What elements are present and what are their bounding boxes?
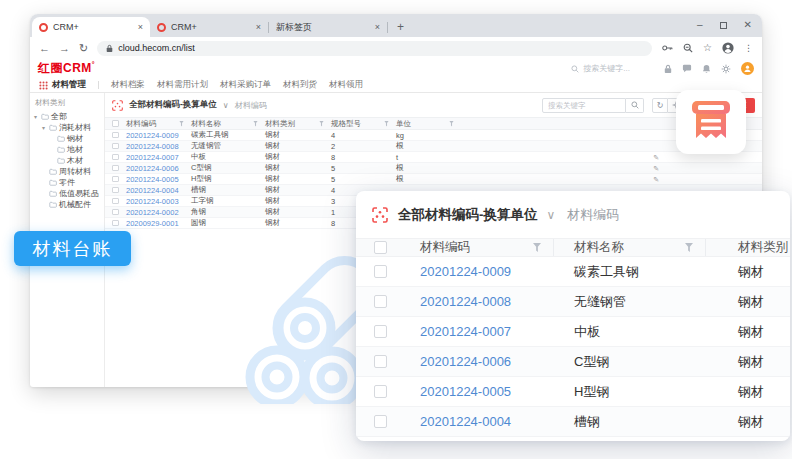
select-all-checkbox[interactable] — [112, 120, 119, 127]
row-checkbox[interactable] — [112, 209, 119, 216]
close-window-button-icon[interactable]: ✕ — [744, 20, 752, 30]
zoom-icon[interactable] — [683, 43, 693, 53]
material-code-link[interactable]: 20200929-0001 — [126, 219, 179, 228]
minimize-button-icon[interactable]: – — [697, 20, 703, 30]
material-code-link[interactable]: 20201224-0009 — [126, 131, 179, 140]
nav-item-材料到货[interactable]: 材料到货 — [283, 79, 317, 91]
material-code-link[interactable]: 20201224-0004 — [420, 414, 511, 429]
overlay-table-row[interactable]: 20201224-0008无缝钢管钢材 — [356, 287, 790, 317]
chevron-down-icon[interactable]: ∨ — [223, 101, 229, 110]
row-checkbox[interactable] — [374, 385, 387, 398]
nav-item-材料需用计划[interactable]: 材料需用计划 — [157, 79, 208, 91]
material-code-link[interactable]: 20201224-0007 — [420, 324, 511, 339]
bookmark-star-icon[interactable]: ☆ — [703, 43, 712, 53]
material-code-link[interactable]: 20201224-0005 — [420, 384, 511, 399]
nav-item-材料采购订单[interactable]: 材料采购订单 — [220, 79, 271, 91]
list-search-input[interactable] — [542, 98, 626, 113]
list-search-button[interactable] — [626, 98, 644, 113]
tree-node-地材[interactable]: 地材 — [30, 144, 104, 155]
forward-icon[interactable]: → — [59, 43, 70, 54]
nav-item-材料领用[interactable]: 材料领用 — [329, 79, 363, 91]
overlay-view-title[interactable]: 全部材料编码-换算单位 — [398, 206, 538, 224]
material-code-link[interactable]: 20201224-0007 — [126, 153, 179, 162]
tree-node-机械配件[interactable]: 机械配件 — [30, 199, 104, 210]
row-checkbox[interactable] — [112, 165, 119, 172]
edit-pencil-icon[interactable]: ✎ — [653, 154, 659, 161]
filter-funnel-icon[interactable] — [253, 121, 258, 127]
material-code-link[interactable]: 20201224-0009 — [420, 264, 511, 279]
filter-funnel-icon[interactable] — [384, 121, 389, 127]
tree-node-木材[interactable]: 木材 — [30, 155, 104, 166]
tree-node-消耗材料[interactable]: ▾消耗材料 — [30, 122, 104, 133]
table-row[interactable]: 20201224-0008无缝钢管钢材2根 — [105, 141, 762, 152]
overlay-table-row[interactable]: 20201224-0009碳素工具钢钢材 — [356, 257, 790, 287]
profile-avatar-icon[interactable] — [722, 42, 734, 54]
material-code-link[interactable]: 20201224-0006 — [420, 354, 511, 369]
edit-pencil-icon[interactable]: ✎ — [653, 165, 659, 172]
row-checkbox[interactable] — [374, 325, 387, 338]
global-search[interactable]: 搜索关键字... — [571, 63, 630, 74]
table-row[interactable]: 20201224-0009碳素工具钢钢材4kg — [105, 130, 762, 141]
browser-tab[interactable]: 新标签页× — [269, 17, 387, 37]
row-checkbox[interactable] — [374, 265, 387, 278]
new-tab-button[interactable]: + — [397, 20, 404, 34]
row-checkbox[interactable] — [112, 176, 119, 183]
chevron-down-icon[interactable]: ∨ — [547, 208, 556, 222]
chat-icon[interactable] — [682, 64, 692, 73]
filter-funnel-icon[interactable] — [449, 121, 454, 127]
back-icon[interactable]: ← — [39, 43, 50, 54]
refresh-button[interactable]: ↻ — [652, 98, 668, 113]
select-all-checkbox[interactable] — [374, 241, 387, 254]
overlay-table-row[interactable]: 20201224-0005H型钢钢材 — [356, 377, 790, 407]
nav-module[interactable]: 材料管理 — [39, 79, 86, 91]
filter-funnel-icon[interactable] — [533, 243, 541, 252]
material-code-link[interactable]: 20201224-0005 — [126, 175, 179, 184]
tab-close-icon[interactable]: × — [375, 23, 380, 32]
user-avatar[interactable] — [741, 62, 754, 75]
lock-icon[interactable] — [664, 64, 672, 74]
row-checkbox[interactable] — [112, 198, 119, 205]
filter-funnel-icon[interactable] — [685, 243, 693, 252]
row-checkbox[interactable] — [374, 415, 387, 428]
overlay-table-row[interactable]: 20201224-0007中板钢材 — [356, 317, 790, 347]
row-checkbox[interactable] — [374, 355, 387, 368]
material-code-link[interactable]: 20201224-0008 — [126, 142, 179, 151]
tree-node-全部[interactable]: ▾全部 — [30, 111, 104, 122]
row-checkbox[interactable] — [374, 295, 387, 308]
browser-tab[interactable]: CRM+× — [150, 17, 268, 37]
row-checkbox[interactable] — [112, 143, 119, 150]
table-row[interactable]: 20201224-0005H型钢钢材5根✎ — [105, 174, 762, 185]
gear-icon[interactable] — [721, 64, 731, 74]
reload-icon[interactable]: ↻ — [79, 43, 88, 54]
nav-item-材料档案[interactable]: 材料档案 — [111, 79, 145, 91]
material-code-link[interactable]: 20201224-0004 — [126, 186, 179, 195]
address-bar[interactable]: cloud.hecom.cn/list — [97, 41, 652, 56]
table-row[interactable]: 20201224-0006C型钢钢材5根✎ — [105, 163, 762, 174]
browser-menu-icon[interactable]: ⋮ — [744, 44, 753, 53]
tree-node-低值易耗品[interactable]: 低值易耗品 — [30, 188, 104, 199]
tab-close-icon[interactable]: × — [138, 23, 143, 32]
key-icon[interactable] — [662, 44, 673, 52]
material-code-link[interactable]: 20201224-0006 — [126, 164, 179, 173]
filter-funnel-icon[interactable] — [319, 121, 324, 127]
material-code-link[interactable]: 20201224-0003 — [126, 197, 179, 206]
tree-node-周转材料[interactable]: 周转材料 — [30, 166, 104, 177]
edit-pencil-icon[interactable]: ✎ — [653, 176, 659, 183]
tree-node-零件[interactable]: 零件 — [30, 177, 104, 188]
row-checkbox[interactable] — [112, 220, 119, 227]
row-checkbox[interactable] — [112, 187, 119, 194]
maximize-button-icon[interactable] — [720, 22, 727, 29]
view-title[interactable]: 全部材料编码-换算单位 — [129, 99, 217, 111]
overlay-table-row[interactable]: 20201224-0004槽钢钢材 — [356, 407, 790, 437]
row-checkbox[interactable] — [112, 154, 119, 161]
browser-tab[interactable]: CRM+× — [32, 17, 150, 37]
tree-expand-icon[interactable]: ▾ — [42, 124, 49, 131]
tab-close-icon[interactable]: × — [256, 23, 261, 32]
overlay-table-row[interactable]: 20201224-0006C型钢钢材 — [356, 347, 790, 377]
material-code-link[interactable]: 20201224-0008 — [420, 294, 511, 309]
bell-icon[interactable] — [702, 64, 711, 74]
material-code-link[interactable]: 20201224-0002 — [126, 208, 179, 217]
row-checkbox[interactable] — [112, 132, 119, 139]
tree-expand-icon[interactable]: ▾ — [34, 113, 41, 120]
table-row[interactable]: 20201224-0007中板钢材8t✎ — [105, 152, 762, 163]
